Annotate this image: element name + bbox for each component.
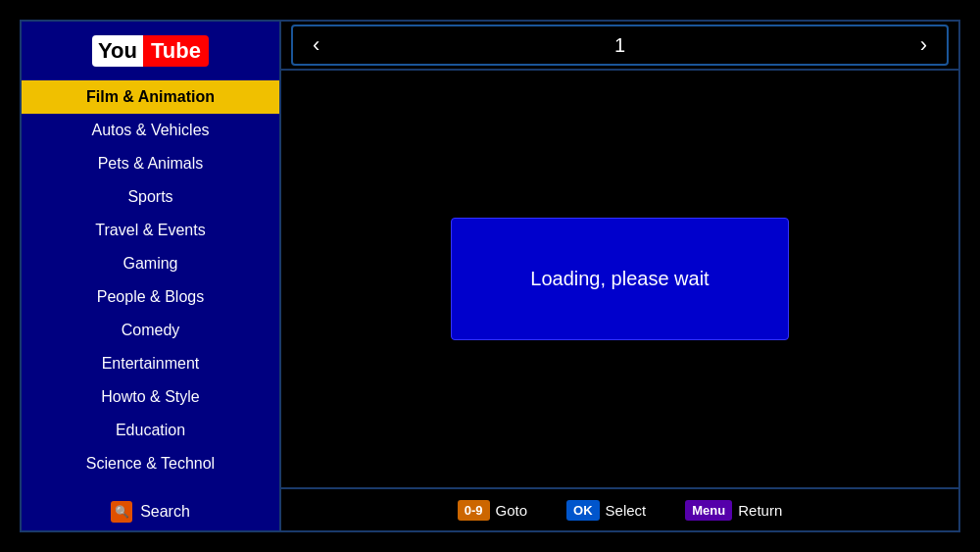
- category-item-pets-animals[interactable]: Pets & Animals: [22, 147, 279, 180]
- logo-you: You: [92, 35, 143, 67]
- category-item-education[interactable]: Education: [22, 414, 279, 447]
- select-key: OK: [566, 500, 600, 521]
- return-key: Menu: [685, 500, 732, 521]
- search-icon: [111, 501, 132, 523]
- return-label: Return: [738, 502, 782, 519]
- logo-tube: Tube: [143, 35, 209, 67]
- category-item-people-blogs[interactable]: People & Blogs: [22, 280, 279, 314]
- main-frame: You Tube Film & AnimationAutos & Vehicle…: [20, 20, 960, 532]
- goto-label: Goto: [496, 502, 528, 519]
- loading-box: Loading, please wait: [451, 218, 788, 340]
- loading-message: Loading, please wait: [530, 268, 709, 289]
- category-item-gaming[interactable]: Gaming: [22, 247, 279, 280]
- top-bar: ‹ 1 ›: [281, 22, 958, 71]
- sidebar: You Tube Film & AnimationAutos & Vehicle…: [22, 22, 281, 530]
- category-item-sports[interactable]: Sports: [22, 180, 279, 214]
- goto-item: 0-9 Goto: [458, 500, 527, 521]
- category-item-howto-style[interactable]: Howto & Style: [22, 380, 279, 414]
- search-item[interactable]: Search: [22, 493, 279, 530]
- return-item: Menu Return: [685, 500, 782, 521]
- select-item: OK Select: [566, 500, 646, 521]
- bottom-bar: 0-9 Goto OK Select Menu Return: [281, 487, 958, 530]
- search-label: Search: [140, 503, 190, 521]
- category-item-comedy[interactable]: Comedy: [22, 314, 279, 347]
- category-item-autos-vehicles[interactable]: Autos & Vehicles: [22, 114, 279, 147]
- category-list: Film & AnimationAutos & VehiclesPets & A…: [22, 80, 279, 493]
- category-item-travel-events[interactable]: Travel & Events: [22, 214, 279, 247]
- right-section: ‹ 1 › Loading, please wait 0-9 Goto OK: [281, 22, 958, 530]
- prev-arrow[interactable]: ‹: [313, 32, 319, 58]
- page-number: 1: [614, 34, 625, 57]
- select-label: Select: [606, 502, 647, 519]
- goto-key: 0-9: [458, 500, 490, 521]
- category-item-entertainment[interactable]: Entertainment: [22, 347, 279, 380]
- youtube-logo: You Tube: [22, 22, 279, 80]
- next-arrow[interactable]: ›: [920, 32, 927, 58]
- nav-bar: ‹ 1 ›: [291, 25, 949, 66]
- main-area: You Tube Film & AnimationAutos & Vehicle…: [22, 22, 958, 530]
- category-item-science-technol[interactable]: Science & Technol: [22, 447, 279, 480]
- content-area: Loading, please wait: [281, 71, 958, 487]
- category-item-film-animation[interactable]: Film & Animation: [22, 80, 279, 114]
